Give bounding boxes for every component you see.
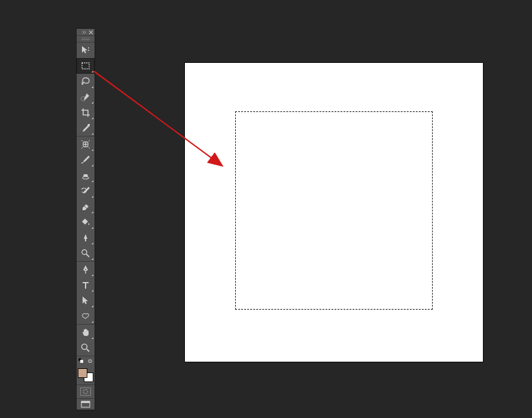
flyout-indicator-icon — [92, 290, 93, 292]
color-swatches — [77, 367, 95, 383]
flyout-indicator-icon — [92, 117, 93, 119]
history-brush-tool[interactable] — [77, 183, 95, 199]
flyout-indicator-icon — [92, 305, 93, 307]
lasso-tool[interactable] — [77, 74, 95, 89]
type-tool[interactable] — [77, 277, 95, 293]
svg-rect-0 — [82, 63, 89, 69]
brush-tool[interactable] — [77, 152, 95, 168]
svg-point-6 — [82, 250, 87, 255]
eyedropper-tool[interactable] — [77, 120, 95, 136]
close-panel-button[interactable] — [89, 31, 93, 34]
swap-colors-button[interactable] — [87, 356, 93, 366]
svg-rect-12 — [81, 401, 90, 403]
clone-stamp-tool[interactable] — [77, 168, 95, 183]
svg-rect-2 — [88, 124, 90, 126]
flyout-indicator-icon — [92, 243, 93, 244]
flyout-indicator-icon — [92, 149, 93, 151]
quick-mask-row — [77, 385, 95, 398]
panel-grip[interactable] — [77, 36, 95, 43]
svg-point-8 — [82, 344, 87, 350]
quick-mask-toggle[interactable] — [80, 387, 91, 396]
color-tools-row — [77, 356, 95, 366]
shape-tool[interactable] — [77, 308, 95, 324]
flyout-indicator-icon — [92, 337, 93, 339]
path-selection-tool[interactable] — [77, 293, 95, 308]
dodge-tool[interactable] — [77, 230, 95, 246]
marquee-selection[interactable] — [235, 111, 433, 310]
collapse-panel-button[interactable] — [82, 31, 87, 34]
flyout-indicator-icon — [92, 102, 93, 104]
flyout-indicator-icon — [92, 274, 93, 276]
healing-brush-tool[interactable] — [77, 137, 95, 152]
crop-tool[interactable] — [77, 105, 95, 120]
quick-selection-tool[interactable] — [77, 89, 95, 105]
flyout-indicator-icon — [92, 86, 93, 88]
hand-tool[interactable] — [77, 325, 95, 340]
flyout-indicator-icon — [92, 321, 93, 323]
flyout-indicator-icon — [92, 227, 93, 229]
foreground-color-swatch[interactable] — [78, 368, 87, 378]
move-tool[interactable] — [77, 43, 95, 58]
panel-header — [77, 29, 95, 36]
flyout-indicator-icon — [92, 211, 93, 213]
pen-tool[interactable] — [77, 262, 95, 277]
flyout-indicator-icon — [92, 71, 93, 72]
svg-rect-10 — [80, 360, 83, 363]
blur-tool[interactable] — [77, 246, 95, 261]
svg-point-7 — [85, 269, 86, 270]
flyout-indicator-icon — [92, 133, 93, 135]
screen-mode-row[interactable] — [77, 399, 95, 410]
flyout-indicator-icon — [92, 165, 93, 166]
svg-rect-5 — [85, 239, 86, 241]
svg-point-4 — [83, 177, 89, 179]
flyout-indicator-icon — [92, 258, 93, 260]
eraser-tool[interactable] — [77, 199, 95, 214]
paint-bucket-tool[interactable] — [77, 214, 95, 230]
flyout-indicator-icon — [92, 196, 93, 198]
zoom-tool[interactable] — [77, 340, 95, 356]
default-colors-button[interactable] — [78, 356, 84, 366]
flyout-indicator-icon — [92, 180, 93, 182]
rectangular-marquee-tool[interactable] — [77, 58, 95, 74]
tools-panel — [76, 28, 95, 410]
